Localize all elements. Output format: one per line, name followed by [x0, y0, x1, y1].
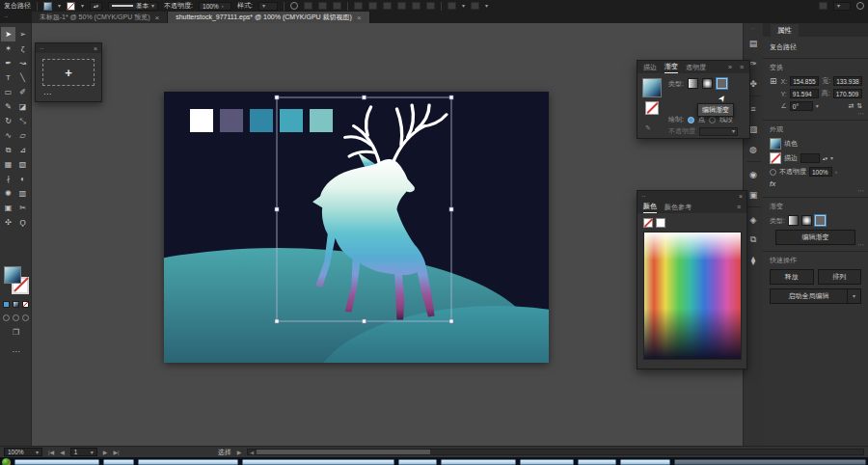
curvature-tool[interactable]: ↝ — [15, 56, 30, 70]
selection-handle[interactable] — [449, 207, 453, 211]
artboard[interactable] — [164, 92, 549, 363]
brush-profile-dropdown[interactable]: 基本 ▾ — [108, 2, 158, 11]
flip-vertical-icon[interactable]: ⇅ — [856, 102, 862, 110]
graph-tool[interactable]: ▥ — [15, 186, 30, 201]
release-button[interactable]: 释放 — [770, 269, 814, 285]
taskbar-item[interactable] — [138, 459, 238, 465]
type-tool[interactable]: T — [1, 70, 15, 85]
color-spectrum[interactable] — [643, 232, 742, 360]
chevron-down-icon[interactable]: ▾ — [58, 3, 61, 9]
align-center-icon[interactable] — [368, 2, 377, 10]
rectangle-tool[interactable]: ▭ — [1, 85, 15, 99]
tab-stroke[interactable]: 描边 — [643, 63, 657, 72]
panel-menu-icon[interactable]: ≡ — [740, 64, 744, 70]
flip-horizontal-icon[interactable]: ⇄ — [848, 102, 854, 110]
transparency-panel-icon[interactable]: ◍ — [746, 142, 761, 156]
stroke-color-swatch[interactable] — [67, 2, 75, 11]
linear-gradient-button[interactable] — [788, 215, 799, 226]
edit-gradient-button[interactable]: 编辑渐变 — [775, 230, 855, 245]
chevron-down-icon[interactable]: ▾ — [462, 3, 465, 9]
gradient-button[interactable] — [13, 301, 19, 308]
palette-swatch[interactable] — [250, 109, 273, 132]
taskbar-item[interactable] — [103, 459, 134, 465]
tab-color-guide[interactable]: 颜色参考 — [665, 203, 692, 212]
draw-behind-icon[interactable] — [13, 315, 19, 321]
close-icon[interactable]: × — [357, 14, 362, 22]
palette-swatch[interactable] — [280, 109, 303, 132]
taskbar-item[interactable] — [578, 459, 616, 465]
opacity-field[interactable]: 100% — [809, 167, 832, 177]
fill-color-swatch[interactable] — [43, 2, 52, 11]
isolate-icon[interactable] — [471, 2, 479, 10]
shape-builder-tool[interactable]: ⧉ — [1, 143, 15, 157]
scroll-left-icon[interactable]: ◀ — [248, 450, 256, 455]
magic-wand-tool[interactable]: ✶ — [1, 41, 15, 56]
edit-toolbar-icon[interactable]: ⋯ — [0, 347, 32, 356]
chevron-down-icon[interactable]: ▾ — [485, 3, 488, 9]
scrollbar-thumb[interactable] — [257, 450, 430, 454]
stepper-icon[interactable]: ▴▾ — [94, 3, 98, 9]
freeform-gradient-button[interactable] — [815, 215, 826, 226]
taskbar-item[interactable] — [620, 459, 670, 465]
selection-tool[interactable]: ➤ — [1, 27, 15, 41]
next-artboard-icon[interactable]: ▶ — [103, 449, 108, 455]
draw-inside-icon[interactable] — [22, 315, 29, 321]
recolor-artwork-icon[interactable] — [290, 2, 298, 10]
artboards-panel-icon[interactable]: ⧉ — [746, 232, 761, 247]
opacity-dropdown[interactable]: 100% › — [199, 2, 231, 11]
chevron-down-icon[interactable]: ▾ — [81, 3, 84, 9]
rotation-field[interactable]: 0° — [790, 101, 813, 111]
blend-tool[interactable]: ◐ — [15, 172, 30, 186]
draw-points-radio[interactable] — [688, 117, 694, 123]
first-artboard-icon[interactable]: |◀ — [48, 449, 54, 455]
collapse-icon[interactable]: » — [728, 64, 732, 70]
freeform-gradient-button[interactable] — [717, 78, 727, 89]
tab-gradient[interactable]: 渐变 — [665, 62, 678, 73]
stroke-weight-stepper[interactable]: ▴▾ — [90, 2, 102, 11]
hand-tool[interactable]: ✣ — [1, 215, 15, 230]
stroke-none-thumbnail[interactable] — [770, 152, 781, 164]
search-icon[interactable] — [856, 2, 864, 10]
arrow-right-icon[interactable]: › — [835, 169, 837, 175]
draw-normal-icon[interactable] — [3, 315, 10, 321]
eyedropper-tool[interactable]: ∤ — [1, 172, 15, 186]
radial-gradient-button[interactable] — [702, 78, 713, 89]
height-field[interactable]: 170.509 — [833, 89, 862, 98]
selection-handle[interactable] — [449, 319, 453, 323]
taskbar-item[interactable] — [398, 459, 437, 465]
selection-handle[interactable] — [275, 319, 279, 323]
prev-artboard-icon[interactable]: ◀ — [60, 449, 65, 455]
tab-color[interactable]: 颜色 — [643, 202, 657, 213]
palette-swatch[interactable] — [190, 109, 213, 132]
free-transform-tool[interactable]: ▱ — [15, 128, 30, 143]
gradient-tool[interactable]: ▧ — [15, 157, 30, 172]
none-button[interactable] — [22, 301, 29, 308]
zoom-tool[interactable]: Ϙ — [15, 215, 30, 230]
lasso-tool[interactable]: ζ — [15, 41, 30, 56]
style-dropdown[interactable]: ▾ — [258, 2, 278, 11]
stroke-weight-field[interactable] — [800, 153, 820, 163]
y-field[interactable]: 91.594 — [790, 89, 819, 98]
document-tab-shutterstock[interactable]: shutterstock_977111.eps* @ 100% (CMYK/GP… — [168, 12, 369, 23]
taskbar-item[interactable] — [674, 459, 866, 465]
start-global-edit-button[interactable]: 启动全局编辑 — [770, 288, 848, 304]
horizontal-scrollbar[interactable]: ◀ — [247, 449, 864, 455]
fill-thumbnail[interactable] — [770, 138, 781, 150]
color-panel-header[interactable]: ·· × — [637, 191, 746, 201]
reference-point-icon[interactable]: ⊞ — [770, 76, 777, 114]
last-artboard-icon[interactable]: ▶| — [113, 449, 119, 455]
add-tool-dropzone[interactable]: + — [42, 59, 95, 86]
more-options-icon[interactable]: ⋯ — [857, 110, 864, 118]
eraser-tool[interactable]: ◪ — [15, 99, 30, 114]
tab-properties[interactable]: 属性 — [771, 24, 799, 37]
layers-panel-icon[interactable]: ◈ — [746, 212, 761, 227]
document-setup-icon[interactable] — [333, 2, 341, 10]
symbol-sprayer-tool[interactable]: ✺ — [1, 186, 15, 201]
perspective-grid-tool[interactable]: ⊿ — [15, 143, 30, 157]
close-icon[interactable]: × — [739, 193, 743, 200]
fill-swatch[interactable] — [4, 266, 21, 284]
arrange-button[interactable]: 排列 — [818, 269, 862, 285]
chevron-down-icon[interactable]: ▾ — [816, 103, 819, 109]
asset-export-panel-icon[interactable]: ⧫ — [746, 253, 761, 267]
close-icon[interactable]: × — [94, 45, 97, 52]
